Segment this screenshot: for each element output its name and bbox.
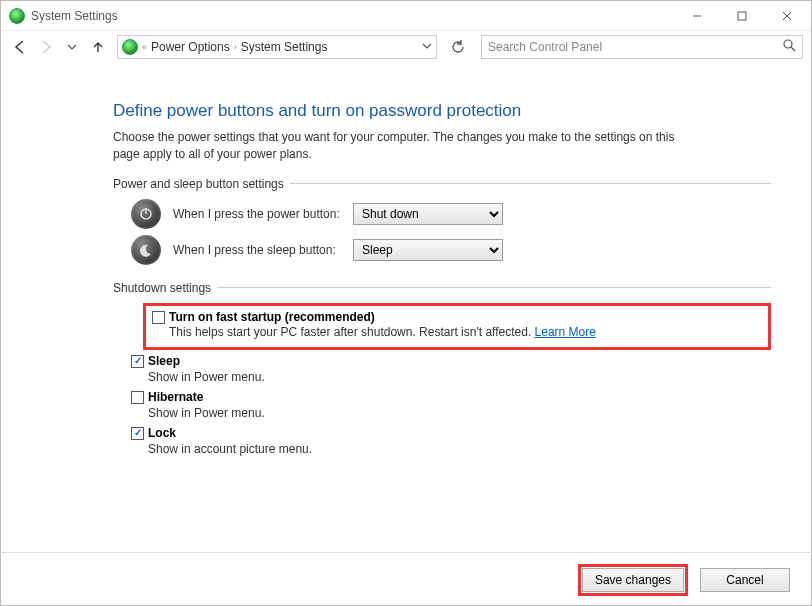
sleep-button-label: When I press the sleep button:	[173, 243, 353, 257]
fast-startup-highlight: Turn on fast startup (recommended) This …	[143, 303, 771, 350]
lock-checkbox[interactable]: Lock	[131, 426, 771, 440]
page-title: Define power buttons and turn on passwor…	[113, 101, 771, 121]
search-input[interactable]: Search Control Panel	[481, 35, 803, 59]
navbar: « Power Options › System Settings Search…	[1, 31, 811, 63]
power-button-label: When I press the power button:	[173, 207, 353, 221]
svg-point-4	[784, 40, 792, 48]
breadcrumb-level1[interactable]: Power Options	[151, 40, 230, 54]
power-button-row: When I press the power button: Shut down	[131, 199, 771, 229]
close-button[interactable]	[764, 2, 809, 30]
section-power-label: Power and sleep button settings	[113, 177, 771, 191]
back-button[interactable]	[9, 36, 31, 58]
forward-button[interactable]	[35, 36, 57, 58]
chevron-right-icon: ›	[234, 42, 237, 52]
maximize-button[interactable]	[719, 2, 764, 30]
svg-rect-1	[738, 12, 746, 20]
checkbox-icon	[131, 427, 144, 440]
app-icon	[9, 8, 25, 24]
minimize-button[interactable]	[674, 2, 719, 30]
power-icon	[131, 199, 161, 229]
checkbox-icon	[131, 391, 144, 404]
learn-more-link[interactable]: Learn More	[535, 325, 596, 339]
sleep-desc: Show in Power menu.	[148, 370, 771, 384]
search-placeholder: Search Control Panel	[488, 40, 602, 54]
section-shutdown-label: Shutdown settings	[113, 281, 771, 295]
recent-dropdown[interactable]	[61, 36, 83, 58]
cancel-button[interactable]: Cancel	[700, 568, 790, 592]
breadcrumb-level2[interactable]: System Settings	[241, 40, 328, 54]
footer: Save changes Cancel	[0, 552, 812, 606]
search-icon	[783, 39, 796, 55]
breadcrumb-sep-root: «	[142, 42, 147, 52]
page-description: Choose the power settings that you want …	[113, 129, 693, 163]
hibernate-checkbox[interactable]: Hibernate	[131, 390, 771, 404]
sleep-checkbox[interactable]: Sleep	[131, 354, 771, 368]
up-button[interactable]	[87, 36, 109, 58]
fast-startup-checkbox[interactable]: Turn on fast startup (recommended)	[152, 310, 760, 324]
breadcrumb[interactable]: « Power Options › System Settings	[117, 35, 437, 59]
hibernate-desc: Show in Power menu.	[148, 406, 771, 420]
save-highlight: Save changes	[578, 564, 688, 596]
chevron-down-icon[interactable]	[422, 41, 432, 53]
sleep-icon	[131, 235, 161, 265]
checkbox-icon	[152, 311, 165, 324]
sleep-button-row: When I press the sleep button: Sleep	[131, 235, 771, 265]
content-area: Define power buttons and turn on passwor…	[1, 63, 811, 456]
window-title: System Settings	[31, 9, 118, 23]
control-panel-icon	[122, 39, 138, 55]
checkbox-icon	[131, 355, 144, 368]
sleep-button-select[interactable]: Sleep	[353, 239, 503, 261]
save-button[interactable]: Save changes	[582, 568, 684, 592]
svg-line-5	[791, 47, 795, 51]
fast-startup-desc: This helps start your PC faster after sh…	[169, 325, 760, 339]
titlebar: System Settings	[1, 1, 811, 31]
refresh-button[interactable]	[447, 36, 469, 58]
power-button-select[interactable]: Shut down	[353, 203, 503, 225]
lock-desc: Show in account picture menu.	[148, 442, 771, 456]
